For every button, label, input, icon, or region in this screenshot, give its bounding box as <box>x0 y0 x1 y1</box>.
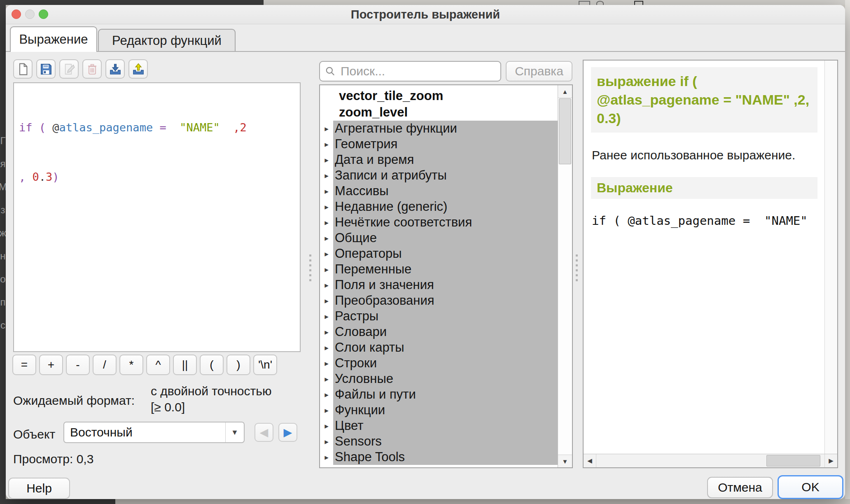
edit-expression-button-disabled[interactable] <box>59 59 79 79</box>
help-expression-code: if ( @atlas_pagename = "NAME" <box>591 214 817 228</box>
function-group-row[interactable]: ▸ Функции <box>320 402 558 418</box>
expand-triangle-icon[interactable]: ▸ <box>320 136 333 152</box>
operator-button[interactable]: || <box>173 355 197 375</box>
scroll-up-button[interactable]: ▲ <box>558 85 572 98</box>
function-group-label: Строки <box>333 355 558 371</box>
scroll-right-button[interactable]: ▶ <box>824 454 837 467</box>
expand-triangle-icon[interactable]: ▸ <box>320 277 333 293</box>
help-button[interactable]: Help <box>8 478 70 499</box>
previous-feature-button-disabled[interactable]: ◀ <box>255 423 273 442</box>
function-group-row[interactable]: ▸ Дата и время <box>320 152 558 168</box>
function-list[interactable]: vector_tile_zoomzoom_level ▸ Агрегатные … <box>319 84 573 468</box>
triangle-up-icon: ▲ <box>562 88 568 95</box>
help-panel-vertical-scrollbar[interactable] <box>824 61 837 454</box>
function-group-row[interactable]: ▸ Словари <box>320 324 558 340</box>
export-expressions-button[interactable] <box>128 59 148 79</box>
expand-triangle-icon[interactable]: ▸ <box>320 324 333 340</box>
function-group-row[interactable]: ▸ Слои карты <box>320 340 558 355</box>
tab-function-editor[interactable]: Редактор функций <box>98 29 236 52</box>
function-group-row[interactable]: ▸ Shape Tools <box>320 449 558 465</box>
function-item[interactable]: zoom_level <box>320 104 558 121</box>
function-list-scrollbar[interactable]: ▲ ▼ <box>558 85 572 467</box>
titlebar[interactable]: Построитель выражений <box>6 5 845 24</box>
function-group-row[interactable]: ▸ Преобразования <box>320 293 558 308</box>
scroll-left-button[interactable]: ◀ <box>584 454 596 467</box>
expand-triangle-icon[interactable]: ▸ <box>320 449 333 465</box>
operator-button[interactable]: / <box>93 355 117 375</box>
function-group-row[interactable]: ▸ Нечёткие соответствия <box>320 215 558 230</box>
function-group-row[interactable]: ▸ Недавние (generic) <box>320 199 558 215</box>
next-feature-button[interactable]: ▶ <box>278 423 297 442</box>
expand-triangle-icon[interactable]: ▸ <box>320 152 333 168</box>
save-expression-button[interactable] <box>36 59 56 79</box>
help-title: выражение if ( @atlas_pagename = "NAME" … <box>591 67 817 133</box>
function-group-row[interactable]: ▸ Поля и значения <box>320 277 558 293</box>
function-group-row[interactable]: ▸ Агрегатные функции <box>320 121 558 136</box>
combobox-dropdown-button[interactable]: ▼ <box>225 422 244 442</box>
expand-triangle-icon[interactable]: ▸ <box>320 230 333 246</box>
expand-triangle-icon[interactable]: ▸ <box>320 168 333 183</box>
hscrollbar-thumb[interactable] <box>766 455 820 467</box>
function-group-row[interactable]: ▸ Sensors <box>320 434 558 449</box>
function-group-row[interactable]: ▸ Строки <box>320 355 558 371</box>
splitter-handle-left[interactable] <box>309 254 311 281</box>
splitter-handle-right[interactable] <box>576 254 578 281</box>
new-expression-button[interactable] <box>13 59 33 79</box>
edit-pencil-icon <box>63 63 76 76</box>
expand-triangle-icon[interactable]: ▸ <box>320 434 333 449</box>
delete-expression-button-disabled[interactable] <box>82 59 102 79</box>
scroll-down-button[interactable]: ▼ <box>558 455 572 467</box>
expand-triangle-icon[interactable]: ▸ <box>320 121 333 136</box>
function-group-row[interactable]: ▸ Файлы и пути <box>320 387 558 402</box>
search-box[interactable] <box>319 61 501 82</box>
operator-button[interactable]: '\n' <box>253 355 277 375</box>
ok-button[interactable]: OK <box>778 475 843 499</box>
expand-triangle-icon[interactable]: ▸ <box>320 418 333 434</box>
trash-icon <box>86 63 99 76</box>
function-group-row[interactable]: ▸ Массивы <box>320 183 558 199</box>
function-group-label: Общие <box>333 230 558 246</box>
operator-button[interactable]: ( <box>200 355 224 375</box>
expand-triangle-icon[interactable]: ▸ <box>320 340 333 355</box>
operator-button[interactable]: = <box>12 355 36 375</box>
operator-button[interactable]: - <box>66 355 90 375</box>
window-title: Построитель выражений <box>6 5 845 24</box>
help-panel-horizontal-scrollbar[interactable]: ◀ ▶ <box>584 454 837 467</box>
expand-triangle-icon[interactable]: ▸ <box>320 293 333 308</box>
expression-builder-dialog: Построитель выражений Выражение Редактор… <box>6 5 845 499</box>
expand-triangle-icon[interactable]: ▸ <box>320 246 333 261</box>
expand-triangle-icon[interactable]: ▸ <box>320 371 333 387</box>
feature-combobox[interactable]: Восточный ▼ <box>63 422 245 443</box>
operator-button[interactable]: + <box>39 355 63 375</box>
expand-triangle-icon[interactable]: ▸ <box>320 402 333 418</box>
search-icon <box>325 66 336 77</box>
function-group-row[interactable]: ▸ Условные <box>320 371 558 387</box>
function-group-row[interactable]: ▸ Операторы <box>320 246 558 261</box>
tab-expression[interactable]: Выражение <box>10 26 97 52</box>
operator-button[interactable]: ^ <box>146 355 170 375</box>
function-group-label: Недавние (generic) <box>333 199 558 215</box>
expand-triangle-icon[interactable]: ▸ <box>320 308 333 324</box>
operator-buttons: =+-/*^||()'\n' <box>12 355 277 375</box>
operator-button[interactable]: * <box>119 355 143 375</box>
expand-triangle-icon[interactable]: ▸ <box>320 387 333 402</box>
operator-button[interactable]: ) <box>227 355 250 375</box>
search-input[interactable] <box>340 64 500 79</box>
expression-editor[interactable]: if ( @atlas_pagename = "NAME" ,2 , 0.3) <box>13 82 301 352</box>
cancel-button[interactable]: Отмена <box>707 477 773 498</box>
function-group-row[interactable]: ▸ Цвет <box>320 418 558 434</box>
scrollbar-thumb[interactable] <box>559 98 571 164</box>
function-item[interactable]: vector_tile_zoom <box>320 88 558 104</box>
function-group-row[interactable]: ▸ Общие <box>320 230 558 246</box>
expand-triangle-icon[interactable]: ▸ <box>320 355 333 371</box>
expand-triangle-icon[interactable]: ▸ <box>320 183 333 199</box>
reference-button-disabled[interactable]: Справка <box>506 61 572 82</box>
function-group-row[interactable]: ▸ Записи и атрибуты <box>320 168 558 183</box>
function-group-row[interactable]: ▸ Растры <box>320 308 558 324</box>
function-group-row[interactable]: ▸ Переменные <box>320 261 558 277</box>
expand-triangle-icon[interactable]: ▸ <box>320 261 333 277</box>
function-group-row[interactable]: ▸ Геометрия <box>320 136 558 152</box>
expand-triangle-icon[interactable]: ▸ <box>320 199 333 215</box>
expand-triangle-icon[interactable]: ▸ <box>320 215 333 230</box>
import-expressions-button[interactable] <box>105 59 125 79</box>
